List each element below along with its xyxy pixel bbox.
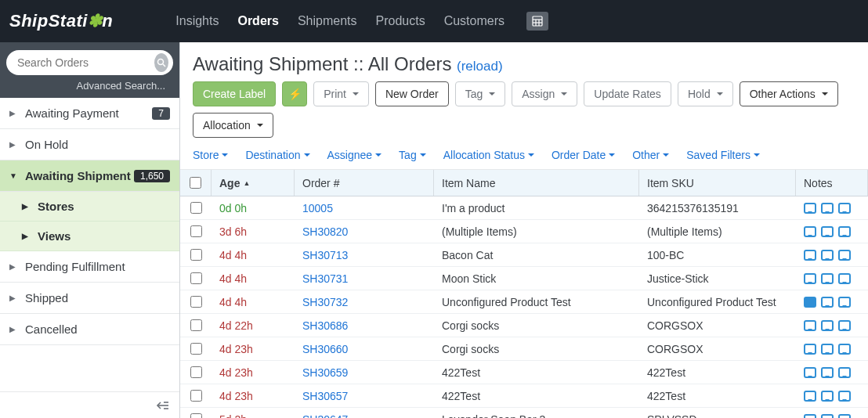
note-bubble-icon[interactable] xyxy=(821,297,834,308)
filter-destination[interactable]: Destination xyxy=(245,149,309,161)
table-row[interactable]: 4d 22hSH30686Corgi socksCORGSOX xyxy=(180,314,868,337)
filter-assignee[interactable]: Assignee xyxy=(327,149,382,161)
note-bubble-icon[interactable] xyxy=(804,203,816,214)
row-checkbox[interactable] xyxy=(190,249,202,261)
table-row[interactable]: 4d 23hSH30659422Test422Test xyxy=(180,361,868,384)
note-bubble-icon[interactable] xyxy=(804,250,816,261)
row-checkbox[interactable] xyxy=(190,390,202,402)
note-bubble-icon[interactable] xyxy=(838,320,851,331)
table-row[interactable]: 3d 6hSH30820(Multiple Items)(Multiple It… xyxy=(180,220,868,243)
table-row[interactable]: 4d 23hSH30660Corgi socksCORGSOX xyxy=(180,337,868,361)
note-bubble-icon[interactable] xyxy=(821,414,834,419)
cell-order-link[interactable]: SH30686 xyxy=(295,314,434,337)
print-button[interactable]: Print xyxy=(313,81,369,106)
row-checkbox[interactable] xyxy=(190,272,202,284)
search-input[interactable] xyxy=(17,56,154,69)
advanced-search-link[interactable]: Advanced Search... xyxy=(6,75,173,93)
note-bubble-icon[interactable] xyxy=(838,367,851,378)
sidebar-sub-stores[interactable]: ▶Stores xyxy=(0,192,179,222)
note-bubble-icon[interactable] xyxy=(804,297,816,308)
cell-order-link[interactable]: SH30659 xyxy=(295,361,434,384)
header-notes[interactable]: Notes xyxy=(796,170,868,196)
topnav-link-customers[interactable]: Customers xyxy=(444,14,505,28)
note-bubble-icon[interactable] xyxy=(804,367,816,378)
filter-order-date[interactable]: Order Date xyxy=(552,149,615,161)
topnav-link-orders[interactable]: Orders xyxy=(237,14,278,28)
allocation-button[interactable]: Allocation xyxy=(193,113,273,138)
cell-order-link[interactable]: SH30731 xyxy=(295,267,434,290)
new-order-button[interactable]: New Order xyxy=(375,81,449,106)
create-label-button[interactable]: Create Label xyxy=(193,81,276,106)
row-checkbox[interactable] xyxy=(190,319,202,331)
note-bubble-icon[interactable] xyxy=(821,344,834,355)
other-actions-button[interactable]: Other Actions xyxy=(740,81,838,106)
cell-order-link[interactable]: SH30660 xyxy=(295,337,434,360)
brand-logo[interactable]: ShipStati✽n xyxy=(9,11,113,31)
topnav-link-shipments[interactable]: Shipments xyxy=(298,14,357,28)
note-bubble-icon[interactable] xyxy=(821,391,834,402)
table-row[interactable]: 4d 23hSH30657422Test422Test xyxy=(180,384,868,408)
note-bubble-icon[interactable] xyxy=(838,273,851,284)
sidebar-item-awaiting-payment[interactable]: ▶Awaiting Payment7 xyxy=(0,98,179,129)
sidebar-item-cancelled[interactable]: ▶Cancelled xyxy=(0,314,179,345)
note-bubble-icon[interactable] xyxy=(838,344,851,355)
calculator-icon[interactable] xyxy=(526,12,548,31)
hold-button[interactable]: Hold xyxy=(678,81,733,106)
note-bubble-icon[interactable] xyxy=(838,391,851,402)
note-bubble-icon[interactable] xyxy=(804,391,816,402)
note-bubble-icon[interactable] xyxy=(838,297,851,308)
note-bubble-icon[interactable] xyxy=(821,273,834,284)
row-checkbox[interactable] xyxy=(190,225,202,237)
header-age[interactable]: Age ▲ xyxy=(212,170,295,196)
table-row[interactable]: 4d 4hSH30731Moon StickJustice-Stick xyxy=(180,267,868,290)
filter-saved-filters[interactable]: Saved Filters xyxy=(686,149,760,161)
header-order[interactable]: Order # xyxy=(295,170,434,196)
cell-order-link[interactable]: SH30732 xyxy=(295,290,434,313)
row-checkbox[interactable] xyxy=(190,296,202,308)
filter-tag[interactable]: Tag xyxy=(399,149,426,161)
update-rates-button[interactable]: Update Rates xyxy=(584,81,671,106)
topnav-link-insights[interactable]: Insights xyxy=(175,14,219,28)
filter-allocation-status[interactable]: Allocation Status xyxy=(443,149,534,161)
tag-button[interactable]: Tag xyxy=(455,81,506,106)
topnav-link-products[interactable]: Products xyxy=(376,14,425,28)
note-bubble-icon[interactable] xyxy=(804,344,816,355)
note-bubble-icon[interactable] xyxy=(821,226,834,237)
filter-other[interactable]: Other xyxy=(632,149,669,161)
header-sku[interactable]: Item SKU xyxy=(639,170,796,196)
table-row[interactable]: 4d 4hSH30713Bacon Cat100-BC xyxy=(180,243,868,267)
sidebar-item-awaiting-shipment[interactable]: ▼Awaiting Shipment1,650 xyxy=(0,160,179,192)
note-bubble-icon[interactable] xyxy=(838,414,851,419)
note-bubble-icon[interactable] xyxy=(804,226,816,237)
note-bubble-icon[interactable] xyxy=(821,203,834,214)
sidebar-sub-views[interactable]: ▶Views xyxy=(0,222,179,251)
sidebar-item-shipped[interactable]: ▶Shipped xyxy=(0,283,179,314)
note-bubble-icon[interactable] xyxy=(838,203,851,214)
select-all-checkbox[interactable] xyxy=(190,177,201,189)
collapse-sidebar-icon[interactable] xyxy=(0,391,179,418)
table-row[interactable]: 4d 4hSH30732Unconfigured Product TestUnc… xyxy=(180,290,868,314)
cell-order-link[interactable]: SH30657 xyxy=(295,384,434,407)
filter-store[interactable]: Store xyxy=(193,149,228,161)
header-item[interactable]: Item Name xyxy=(434,170,639,196)
note-bubble-icon[interactable] xyxy=(804,273,816,284)
cell-order-link[interactable]: SH30647 xyxy=(295,408,434,418)
search-icon[interactable] xyxy=(154,53,168,72)
table-row[interactable]: 0d 0h10005I'm a product364215376135191 xyxy=(180,196,868,220)
note-bubble-icon[interactable] xyxy=(804,320,816,331)
row-checkbox[interactable] xyxy=(190,366,202,378)
sidebar-item-on-hold[interactable]: ▶On Hold xyxy=(0,129,179,160)
table-row[interactable]: 5d 2hSH30647Lavender Soap Bar 3SPLVSSD xyxy=(180,408,868,418)
reload-link[interactable]: (reload) xyxy=(457,59,503,74)
cell-order-link[interactable]: 10005 xyxy=(295,196,434,219)
note-bubble-icon[interactable] xyxy=(838,250,851,261)
note-bubble-icon[interactable] xyxy=(821,320,834,331)
assign-button[interactable]: Assign xyxy=(512,81,577,106)
sidebar-item-pending-fulfillment[interactable]: ▶Pending Fulfillment xyxy=(0,251,179,283)
cell-order-link[interactable]: SH30713 xyxy=(295,243,434,266)
note-bubble-icon[interactable] xyxy=(838,226,851,237)
note-bubble-icon[interactable] xyxy=(804,414,816,419)
row-checkbox[interactable] xyxy=(190,413,202,418)
row-checkbox[interactable] xyxy=(190,343,202,355)
cell-order-link[interactable]: SH30820 xyxy=(295,220,434,243)
